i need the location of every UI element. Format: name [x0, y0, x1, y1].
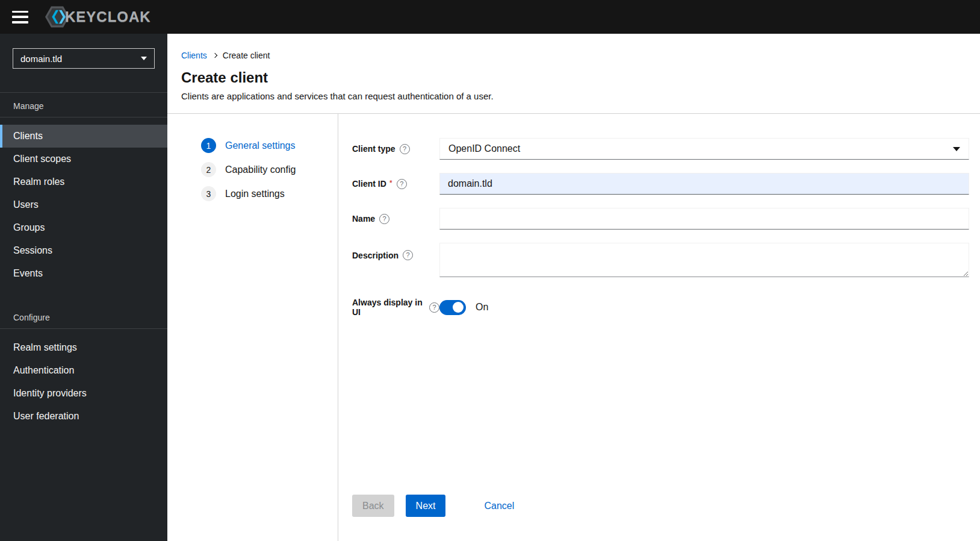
sidebar-item-users[interactable]: Users — [0, 193, 167, 216]
help-icon[interactable]: ? — [429, 302, 439, 313]
help-icon[interactable]: ? — [379, 214, 389, 224]
back-button[interactable]: Back — [352, 495, 394, 517]
main-content: Clients Create client Create client Clie… — [167, 34, 980, 541]
client-id-row: Client ID * ? — [352, 173, 969, 195]
realm-selector[interactable]: domain.tld — [13, 48, 155, 69]
page-title: Create client — [181, 69, 966, 86]
sidebar-item-clients[interactable]: Clients — [0, 125, 167, 148]
help-icon[interactable]: ? — [400, 144, 410, 154]
step-number-badge: 2 — [201, 162, 216, 177]
masthead: KEYCLOAK — [0, 0, 980, 34]
wizard-step-general-settings[interactable]: 1 General settings — [201, 138, 338, 153]
client-type-label: Client type — [352, 144, 395, 154]
nav-toggle-hamburger-icon[interactable] — [12, 11, 28, 23]
sidebar-item-client-scopes[interactable]: Client scopes — [0, 148, 167, 170]
general-settings-form: Client type ? OpenID Connect Client ID *… — [338, 114, 980, 541]
step-number-badge: 3 — [201, 186, 216, 201]
caret-down-icon — [953, 147, 960, 151]
name-row: Name ? — [352, 208, 969, 230]
name-input[interactable] — [439, 208, 969, 230]
always-display-label: Always display in UI — [352, 298, 425, 317]
name-label: Name — [352, 214, 375, 224]
client-type-row: Client type ? OpenID Connect — [352, 138, 969, 160]
page-description: Clients are applications and services th… — [181, 91, 966, 101]
toggle-knob — [453, 302, 464, 313]
caret-down-icon — [141, 57, 147, 60]
nav-section-configure: Configure Realm settings Authentication … — [0, 304, 167, 428]
breadcrumb: Clients Create client — [181, 51, 966, 60]
wizard-step-capability-config[interactable]: 2 Capability config — [201, 162, 338, 177]
client-type-selected-value: OpenID Connect — [448, 143, 520, 154]
sidebar-item-realm-roles[interactable]: Realm roles — [0, 170, 167, 193]
description-label: Description — [352, 251, 399, 260]
page-header: Clients Create client Create client Clie… — [167, 34, 980, 114]
nav-section-title: Configure — [0, 304, 167, 329]
description-textarea[interactable] — [439, 243, 969, 277]
required-asterisk: * — [389, 178, 392, 187]
wizard-footer: Back Next Cancel — [352, 495, 969, 541]
sidebar-item-sessions[interactable]: Sessions — [0, 239, 167, 262]
help-icon[interactable]: ? — [403, 250, 413, 260]
chevron-right-icon — [212, 53, 217, 58]
always-display-row: Always display in UI ? On — [352, 298, 969, 317]
keycloak-logo: KEYCLOAK — [45, 6, 151, 28]
client-id-input[interactable] — [439, 173, 969, 195]
nav-section-manage: Manage Clients Client scopes Realm roles… — [0, 93, 167, 285]
breadcrumb-clients-link[interactable]: Clients — [181, 51, 207, 60]
sidebar-nav: Manage Clients Client scopes Realm roles… — [0, 93, 167, 428]
client-type-select[interactable]: OpenID Connect — [439, 138, 969, 160]
cancel-button[interactable]: Cancel — [484, 501, 514, 511]
sidebar-item-events[interactable]: Events — [0, 262, 167, 285]
help-icon[interactable]: ? — [397, 179, 407, 189]
nav-section-title: Manage — [0, 93, 167, 117]
sidebar-item-realm-settings[interactable]: Realm settings — [0, 336, 167, 359]
sidebar: domain.tld Manage Clients Client scopes … — [0, 34, 167, 541]
wizard-steps-nav: 1 General settings 2 Capability config 3… — [167, 114, 338, 541]
realm-selector-value: domain.tld — [20, 54, 62, 64]
wizard-step-login-settings[interactable]: 3 Login settings — [201, 186, 338, 201]
step-number-badge: 1 — [201, 138, 216, 153]
sidebar-item-user-federation[interactable]: User federation — [0, 405, 167, 428]
breadcrumb-current: Create client — [223, 51, 270, 60]
sidebar-item-authentication[interactable]: Authentication — [0, 359, 167, 382]
next-button[interactable]: Next — [406, 495, 446, 517]
description-row: Description ? — [352, 243, 969, 277]
keycloak-wordmark: KEYCLOAK — [65, 8, 151, 25]
wizard-area: 1 General settings 2 Capability config 3… — [167, 114, 980, 541]
client-id-label: Client ID — [352, 179, 386, 189]
toggle-state-label: On — [476, 302, 488, 313]
always-display-toggle[interactable] — [439, 300, 466, 315]
sidebar-item-identity-providers[interactable]: Identity providers — [0, 382, 167, 405]
sidebar-item-groups[interactable]: Groups — [0, 216, 167, 239]
